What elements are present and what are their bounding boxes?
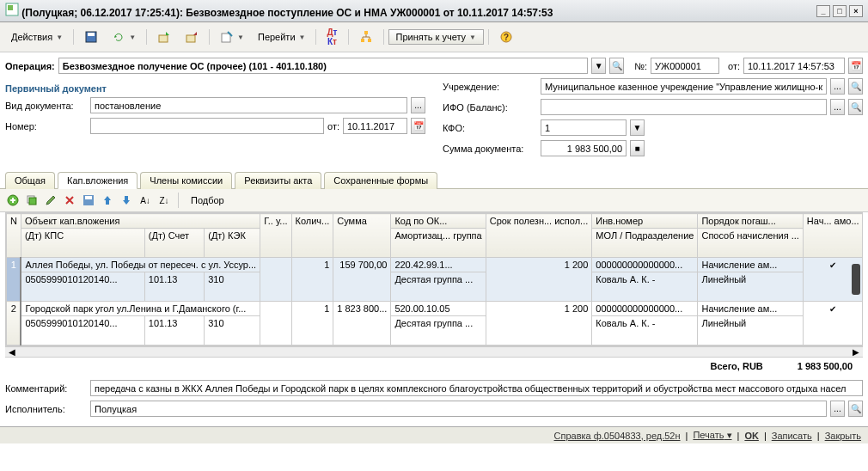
- minimize-button[interactable]: _: [816, 5, 830, 17]
- sort-asc-icon[interactable]: A↓: [138, 193, 153, 208]
- svg-rect-1: [8, 5, 13, 10]
- ifo-search-icon[interactable]: 🔍: [848, 99, 863, 115]
- sum-field[interactable]: [541, 140, 627, 156]
- print-link[interactable]: Печать ▾: [693, 430, 731, 441]
- col-amort[interactable]: Амортизац... группа: [391, 229, 486, 258]
- add-row-icon[interactable]: [5, 193, 21, 208]
- table-row[interactable]: 0505999010120140... 101.13 310 Десятая г…: [7, 316, 864, 331]
- col-sum[interactable]: Сумма: [333, 214, 391, 258]
- svg-rect-3: [88, 33, 95, 36]
- tab-saved-forms[interactable]: Сохраненные формы: [324, 172, 437, 189]
- col-g[interactable]: Г.. у...: [260, 214, 291, 258]
- ifo-field[interactable]: [541, 99, 827, 115]
- primary-doc-section: Первичный документ: [5, 83, 425, 94]
- sort-desc-icon[interactable]: Z↓: [156, 193, 172, 208]
- actions-menu[interactable]: Действия▼: [5, 29, 69, 45]
- data-grid: N Объект кап.вложения Г.. у... Колич... …: [5, 212, 863, 346]
- move-up-icon[interactable]: [100, 193, 115, 208]
- tab-act-details[interactable]: Реквизиты акта: [235, 172, 321, 189]
- tab-capital[interactable]: Кап.вложения: [58, 172, 138, 189]
- basis-icon[interactable]: ▼: [214, 28, 250, 46]
- number-date-field[interactable]: [343, 118, 407, 134]
- kfo-dropdown-icon[interactable]: ▼: [630, 119, 645, 136]
- col-accr[interactable]: Нач... амо...: [803, 214, 863, 258]
- executor-search-icon[interactable]: 🔍: [848, 401, 863, 417]
- post-icon[interactable]: [151, 28, 177, 46]
- svg-rect-16: [85, 196, 92, 199]
- unpost-icon[interactable]: [179, 28, 205, 46]
- maximize-button[interactable]: □: [833, 5, 847, 17]
- close-link[interactable]: Закрыть: [825, 431, 861, 441]
- table-row[interactable]: 0505999010120140... 101.13 310 Десятая г…: [7, 272, 864, 287]
- doc-type-field[interactable]: [90, 97, 407, 113]
- dtkt-icon[interactable]: ДтКт: [321, 25, 343, 49]
- ifo-select-icon[interactable]: ...: [830, 99, 845, 115]
- col-dt-acct[interactable]: (Дт) Счет: [144, 229, 204, 258]
- col-n[interactable]: N: [7, 214, 21, 258]
- help-icon[interactable]: ?: [493, 28, 519, 46]
- ref-link[interactable]: Справка ф.0504833, ред.52н: [554, 431, 681, 441]
- save-icon[interactable]: [78, 28, 104, 46]
- copy-row-icon[interactable]: [24, 193, 40, 208]
- sum-calc-icon[interactable]: ■: [630, 140, 645, 156]
- ok-button[interactable]: OK: [744, 431, 759, 441]
- executor-select-icon[interactable]: ...: [830, 401, 845, 417]
- total-label: Всего, RUB: [710, 361, 762, 371]
- operation-field[interactable]: [58, 58, 588, 74]
- tab-commission[interactable]: Члены комиссии: [140, 172, 232, 189]
- org-field[interactable]: [541, 78, 827, 95]
- calendar-icon[interactable]: 📅: [848, 58, 863, 74]
- window-titlebar: (Полуцкая; 06.12.2017 17:25:41): Безвозм…: [0, 0, 868, 22]
- svg-rect-4: [159, 35, 168, 42]
- col-code[interactable]: Код по ОК...: [391, 214, 486, 229]
- delete-row-icon[interactable]: [62, 193, 77, 208]
- doc-number-field[interactable]: [651, 58, 719, 74]
- kfo-label: КФО:: [443, 123, 537, 133]
- col-object[interactable]: Объект кап.вложения: [21, 214, 260, 229]
- executor-field[interactable]: [90, 401, 827, 417]
- tab-bar: Общая Кап.вложения Члены комиссии Реквиз…: [0, 171, 868, 189]
- number-label: Номер:: [5, 121, 87, 132]
- col-method[interactable]: Способ начисления ...: [698, 229, 803, 258]
- doc-date-field[interactable]: [743, 58, 845, 74]
- svg-rect-9: [368, 39, 371, 42]
- grid-toolbar: A↓ Z↓ Подбор: [0, 189, 868, 212]
- num-label: №:: [634, 61, 647, 71]
- col-dt-kps[interactable]: (Дт) КПС: [21, 229, 144, 258]
- col-dt-kek[interactable]: (Дт) КЭК: [205, 229, 260, 258]
- move-down-icon[interactable]: [119, 193, 134, 208]
- number-field[interactable]: [90, 118, 324, 134]
- col-life[interactable]: Срок полезн... испол...: [486, 214, 592, 258]
- goto-menu[interactable]: Перейти▼: [252, 29, 312, 45]
- svg-rect-18: [125, 196, 128, 200]
- save-button[interactable]: Записать: [772, 431, 812, 441]
- org-search-icon[interactable]: 🔍: [848, 78, 863, 95]
- edit-row-icon[interactable]: [43, 193, 58, 208]
- col-order[interactable]: Порядок погаш...: [698, 214, 803, 229]
- svg-rect-5: [186, 35, 195, 42]
- close-button[interactable]: ×: [849, 5, 863, 17]
- tab-general[interactable]: Общая: [5, 172, 55, 189]
- svg-text:?: ?: [504, 33, 509, 42]
- col-inv[interactable]: Инв.номер: [592, 214, 698, 229]
- table-row[interactable]: 2 Городской парк угол ул.Ленина и Г.Дама…: [7, 302, 864, 316]
- main-toolbar: Действия▼ ▼ ▼ Перейти▼ ДтКт Принять к уч…: [0, 22, 868, 52]
- org-select-icon[interactable]: ...: [830, 78, 845, 95]
- operation-dropdown-icon[interactable]: ▼: [591, 58, 606, 74]
- selection-button[interactable]: Подбор: [185, 193, 230, 208]
- drag-handle[interactable]: [852, 264, 860, 295]
- operation-search-icon[interactable]: 🔍: [609, 58, 624, 74]
- col-qty[interactable]: Колич...: [291, 214, 333, 258]
- svg-rect-7: [364, 31, 368, 34]
- kfo-field[interactable]: [541, 119, 627, 136]
- number-date-calendar-icon[interactable]: 📅: [411, 118, 425, 134]
- comment-field[interactable]: [90, 380, 863, 396]
- refresh-icon[interactable]: ▼: [106, 28, 142, 46]
- structure-icon[interactable]: [353, 28, 379, 46]
- doc-type-select-icon[interactable]: ...: [411, 97, 425, 113]
- col-mol[interactable]: МОЛ / Подразделение: [592, 229, 698, 258]
- done-row-icon[interactable]: [81, 193, 96, 208]
- horizontal-scrollbar[interactable]: ◀▶: [5, 346, 863, 357]
- table-row[interactable]: 1 Аллея Победы, ул. Победы от пересеч. с…: [7, 258, 864, 272]
- accept-button[interactable]: Принять к учету▼: [388, 29, 484, 45]
